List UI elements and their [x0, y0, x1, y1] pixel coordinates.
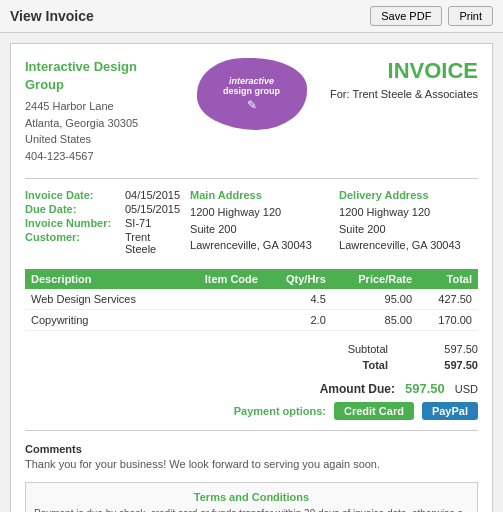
col-description: Description [25, 269, 178, 289]
table-row: Copywriting 2.0 85.00 170.00 [25, 310, 478, 331]
payment-row: Payment options: Credit Card PayPal [234, 402, 478, 420]
cell-price-rate: 85.00 [332, 310, 418, 331]
logo-text-design: design group [223, 86, 280, 96]
cell-total: 170.00 [418, 310, 478, 331]
header-divider [25, 178, 478, 179]
logo-text-interactive: interactive [229, 76, 274, 86]
save-pdf-button[interactable]: Save PDF [370, 6, 442, 26]
col-item-code: Item Code [178, 269, 264, 289]
col-total: Total [418, 269, 478, 289]
logo-pencil-icon: ✎ [247, 98, 257, 112]
cell-description: Web Design Services [25, 289, 178, 310]
invoice-date-row: Invoice Date: 04/15/2015 [25, 189, 180, 201]
company-name: Interactive Design Group [25, 58, 176, 94]
comments-title: Comments [25, 443, 478, 455]
cell-description: Copywriting [25, 310, 178, 331]
terms-text: Payment is due by check, credit card or … [34, 507, 469, 512]
credit-card-button[interactable]: Credit Card [334, 402, 414, 420]
invoice-for: For: Trent Steele & Associates [327, 88, 478, 100]
top-bar-buttons: Save PDF Print [370, 6, 493, 26]
invoice-number-row: Invoice Number: SI-71 [25, 217, 180, 229]
total-row: Total 597.50 [234, 357, 478, 373]
cell-price-rate: 95.00 [332, 289, 418, 310]
delivery-address: Delivery Address 1200 Highway 120 Suite … [339, 189, 478, 257]
comments-text: Thank you for your business! We look for… [25, 458, 478, 470]
invoice-meta: Invoice Date: 04/15/2015 Due Date: 05/15… [25, 189, 180, 257]
terms-title: Terms and Conditions [34, 491, 469, 503]
company-info: Interactive Design Group 2445 Harbor Lan… [25, 58, 176, 164]
subtotal-row: Subtotal 597.50 [234, 341, 478, 357]
due-date-row: Due Date: 05/15/2015 [25, 203, 180, 215]
cell-qty-hrs: 2.0 [264, 310, 332, 331]
totals-section: Subtotal 597.50 Total 597.50 Amount Due:… [25, 341, 478, 420]
invoice-header: Interactive Design Group 2445 Harbor Lan… [25, 58, 478, 164]
table-row: Web Design Services 4.5 95.00 427.50 [25, 289, 478, 310]
invoice-table: Description Item Code Qty/Hrs Price/Rate… [25, 269, 478, 331]
comments-section: Comments Thank you for your business! We… [25, 443, 478, 470]
totals-table: Subtotal 597.50 Total 597.50 Amount Due:… [234, 341, 478, 420]
col-qty-hrs: Qty/Hrs [264, 269, 332, 289]
company-address: 2445 Harbor Lane Atlanta, Georgia 30305 … [25, 98, 176, 164]
logo-area: interactive design group ✎ [176, 58, 327, 133]
page-title: View Invoice [10, 8, 94, 24]
terms-section: Terms and Conditions Payment is due by c… [25, 482, 478, 512]
invoice-label: INVOICE For: Trent Steele & Associates [327, 58, 478, 100]
col-price-rate: Price/Rate [332, 269, 418, 289]
comments-divider [25, 430, 478, 431]
cell-item-code [178, 310, 264, 331]
customer-row: Customer: Trent Steele [25, 231, 180, 255]
print-button[interactable]: Print [448, 6, 493, 26]
cell-item-code [178, 289, 264, 310]
invoice-title: INVOICE [327, 58, 478, 84]
cell-qty-hrs: 4.5 [264, 289, 332, 310]
company-logo: interactive design group ✎ [197, 58, 307, 133]
paypal-button[interactable]: PayPal [422, 402, 478, 420]
meta-section: Invoice Date: 04/15/2015 Due Date: 05/15… [25, 189, 478, 257]
main-address: Main Address 1200 Highway 120 Suite 200 … [190, 189, 329, 257]
cell-total: 427.50 [418, 289, 478, 310]
amount-due-row: Amount Due: 597.50 USD [234, 377, 478, 396]
invoice-body: Interactive Design Group 2445 Harbor Lan… [10, 43, 493, 512]
top-bar: View Invoice Save PDF Print [0, 0, 503, 33]
